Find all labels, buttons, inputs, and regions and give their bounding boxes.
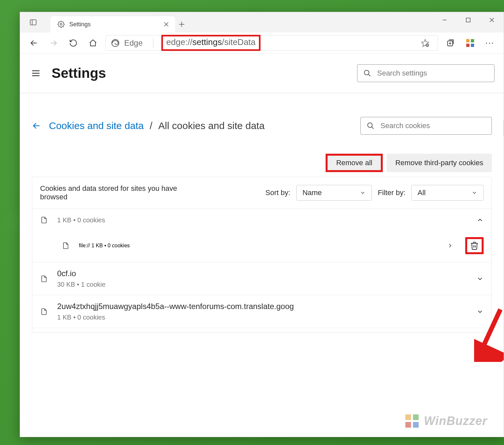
- filter-value: All: [418, 189, 425, 197]
- cookie-group-row[interactable]: 2uw4ztxhqjj5muawgyapls4b5a--www-tenforum…: [32, 295, 492, 328]
- svg-line-29: [368, 74, 370, 76]
- file-icon: [62, 241, 70, 250]
- search-icon: [367, 122, 375, 130]
- svg-rect-34: [405, 414, 411, 420]
- sort-select[interactable]: Name: [296, 185, 372, 201]
- sort-value: Name: [303, 189, 322, 197]
- ellipsis-icon: ···: [485, 38, 494, 48]
- favorite-button[interactable]: [418, 36, 432, 50]
- search-settings-input[interactable]: [377, 69, 488, 78]
- svg-rect-0: [30, 20, 36, 25]
- svg-rect-8: [466, 18, 470, 22]
- content-area: Cookies and site data / All cookies and …: [20, 117, 504, 333]
- cookie-row-meta: 30 KB • 1 cookie: [57, 281, 105, 288]
- remove-all-button[interactable]: Remove all: [326, 154, 383, 172]
- svg-rect-24: [471, 44, 474, 47]
- address-prefix: Edge: [124, 38, 143, 48]
- address-bar[interactable]: Edge edge://settings/siteData: [105, 35, 438, 51]
- trash-icon[interactable]: [470, 241, 479, 250]
- filter-label: Filter by:: [378, 189, 405, 197]
- svg-rect-22: [471, 39, 474, 42]
- collections-button[interactable]: [443, 36, 458, 50]
- file-icon: [40, 215, 49, 225]
- cookie-sub-row[interactable]: file:// 1 KB • 0 cookies: [32, 231, 492, 262]
- title-bar: Settings: [20, 12, 504, 33]
- cookie-sub-title: file://: [79, 243, 90, 248]
- refresh-button[interactable]: [66, 36, 80, 50]
- search-icon: [363, 69, 371, 77]
- forward-button[interactable]: [46, 36, 61, 50]
- svg-line-33: [481, 309, 500, 352]
- breadcrumb-row: Cookies and site data / All cookies and …: [32, 117, 492, 135]
- breadcrumb-current: All cookies and site data: [158, 120, 265, 131]
- svg-rect-37: [413, 422, 419, 428]
- cookies-panel: Cookies and data stored for sites you ha…: [32, 177, 492, 333]
- window-controls: [433, 12, 504, 28]
- search-settings-field[interactable]: [357, 64, 494, 82]
- svg-line-32: [372, 127, 374, 129]
- list-continuation: [32, 328, 492, 332]
- tabstrip: Settings: [20, 12, 188, 33]
- filter-select[interactable]: All: [411, 185, 484, 201]
- minimize-button[interactable]: [433, 12, 456, 28]
- remove-third-party-button[interactable]: Remove third-party cookies: [387, 154, 492, 172]
- cookie-row-title: 0cf.io: [57, 269, 105, 278]
- maximize-button[interactable]: [456, 12, 480, 28]
- address-separator: [153, 38, 153, 48]
- svg-point-31: [368, 123, 372, 127]
- page-title: Settings: [52, 65, 106, 81]
- watermark: WinBuzzer: [403, 412, 487, 430]
- cookie-group-row[interactable]: 1 KB • 0 cookies: [32, 209, 492, 231]
- tab-close-button[interactable]: [163, 21, 169, 27]
- cookie-sub-meta: 1 KB • 0 cookies: [91, 243, 130, 248]
- search-cookies-input[interactable]: [380, 122, 486, 130]
- chevron-right-icon[interactable]: [447, 242, 453, 249]
- cookie-row-title: 2uw4ztxhqjj5muawgyapls4b5a--www-tenforum…: [57, 302, 294, 311]
- chevron-down-icon: [360, 190, 366, 196]
- cookie-group-meta: 1 KB • 0 cookies: [57, 216, 105, 224]
- new-tab-button[interactable]: [175, 16, 188, 33]
- svg-rect-35: [413, 414, 419, 420]
- cookie-row-info: 0cf.io 30 KB • 1 cookie: [57, 269, 105, 288]
- cookie-row-info: 2uw4ztxhqjj5muawgyapls4b5a--www-tenforum…: [57, 302, 294, 321]
- watermark-icon: [403, 412, 421, 430]
- navigation-toolbar: Edge edge://settings/siteData ···: [20, 33, 504, 54]
- settings-menu-button[interactable]: [29, 67, 42, 80]
- cookie-sub-info: file:// 1 KB • 0 cookies: [79, 243, 130, 249]
- settings-header: Settings: [20, 54, 504, 93]
- profile-button[interactable]: [463, 36, 477, 50]
- edge-logo-icon: [111, 39, 120, 47]
- svg-point-2: [60, 23, 62, 25]
- svg-rect-36: [405, 422, 411, 428]
- annotation-arrow: [474, 306, 504, 362]
- gear-icon: [57, 21, 65, 28]
- panel-header: Cookies and data stored for sites you ha…: [32, 177, 492, 209]
- breadcrumb-separator: /: [150, 120, 152, 131]
- home-button[interactable]: [86, 36, 100, 50]
- cookie-group-row[interactable]: 0cf.io 30 KB • 1 cookie: [32, 262, 492, 295]
- action-row: Remove all Remove third-party cookies: [32, 154, 492, 172]
- breadcrumb-back-icon[interactable]: [32, 121, 43, 130]
- breadcrumb-link[interactable]: Cookies and site data: [49, 120, 144, 131]
- chevron-up-icon[interactable]: [476, 216, 484, 224]
- chevron-down-icon[interactable]: [476, 275, 484, 282]
- sort-label: Sort by:: [265, 189, 290, 197]
- delete-cookie-button-highlight: [465, 237, 484, 254]
- svg-rect-21: [466, 39, 470, 42]
- search-cookies-field[interactable]: [360, 117, 492, 135]
- close-window-button[interactable]: [480, 12, 504, 28]
- panel-description: Cookies and data stored for sites you ha…: [40, 184, 185, 201]
- cookie-row-meta: 1 KB • 0 cookies: [57, 314, 294, 321]
- divider: [20, 93, 504, 93]
- browser-window: Settings: [20, 12, 504, 437]
- menu-button[interactable]: ···: [483, 36, 497, 50]
- watermark-text: WinBuzzer: [424, 414, 487, 428]
- tab-settings[interactable]: Settings: [50, 16, 175, 33]
- file-icon: [40, 274, 49, 283]
- address-url-highlight: edge://settings/siteData: [161, 35, 261, 51]
- chevron-down-icon: [471, 190, 477, 196]
- svg-rect-23: [466, 44, 470, 47]
- svg-point-28: [364, 70, 369, 75]
- vertical-tabs-toggle[interactable]: [25, 14, 41, 30]
- back-button[interactable]: [27, 36, 41, 50]
